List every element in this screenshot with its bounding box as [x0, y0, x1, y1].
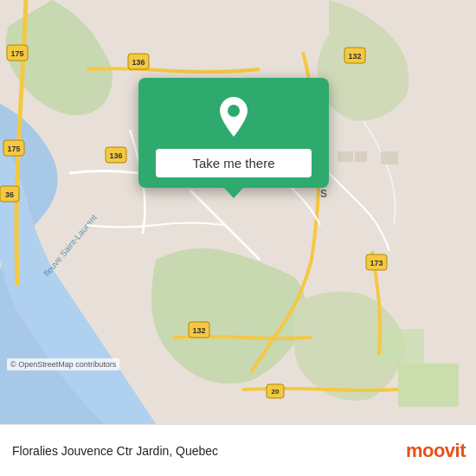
- svg-text:132: 132: [192, 326, 205, 335]
- svg-text:175: 175: [7, 145, 20, 153]
- moovit-logo: moovit: [406, 440, 466, 462]
- copyright-notice: © OpenStreetMap contributors: [7, 358, 119, 370]
- svg-text:S: S: [320, 188, 327, 200]
- svg-text:132: 132: [348, 52, 361, 61]
- svg-text:173: 173: [370, 259, 383, 267]
- svg-rect-3: [398, 363, 459, 407]
- place-name: Floralies Jouvence Ctr Jardin, Quebec: [12, 444, 218, 458]
- bottom-bar: Floralies Jouvence Ctr Jardin, Quebec mo…: [0, 424, 476, 476]
- svg-text:175: 175: [10, 49, 23, 58]
- svg-point-28: [228, 105, 240, 117]
- map-container: fleuve Saint-Laurent 175: [0, 0, 476, 424]
- moovit-brand-text: moovit: [406, 440, 466, 462]
- popup-card: Take me there: [138, 78, 329, 188]
- svg-rect-26: [355, 151, 367, 162]
- svg-rect-27: [381, 151, 398, 164]
- take-me-there-button[interactable]: Take me there: [156, 149, 312, 177]
- location-pin-icon: [210, 93, 257, 140]
- svg-rect-25: [338, 151, 353, 162]
- svg-text:136: 136: [132, 58, 145, 67]
- svg-text:20: 20: [272, 388, 280, 396]
- svg-text:136: 136: [109, 151, 122, 160]
- svg-text:36: 36: [5, 190, 14, 199]
